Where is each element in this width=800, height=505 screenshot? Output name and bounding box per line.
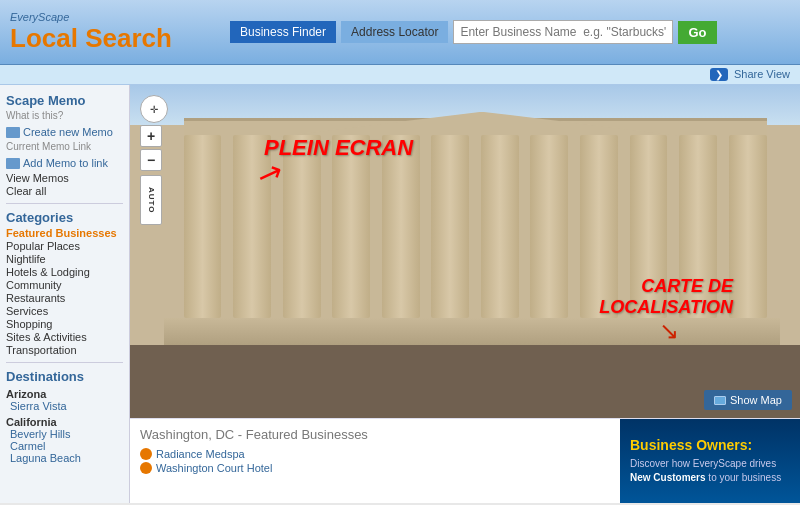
- column-2: [233, 135, 271, 318]
- categories-title: Categories: [6, 210, 123, 225]
- show-map-label: Show Map: [730, 394, 782, 406]
- promo-line2: New Customers: [630, 472, 706, 483]
- business-category: Featured Businesses: [246, 427, 368, 442]
- column-4: [332, 135, 370, 318]
- category-item-5[interactable]: Restaurants: [6, 292, 123, 304]
- business-finder-tab[interactable]: Business Finder: [230, 21, 336, 43]
- biz-name: Radiance Medspa: [156, 448, 245, 460]
- category-item-8[interactable]: Sites & Activities: [6, 331, 123, 343]
- list-item[interactable]: Washington Court Hotel: [140, 462, 610, 474]
- memo-icon: [6, 127, 20, 138]
- logo-area: EveryScape Local Search: [10, 11, 210, 54]
- map-controls: ✛ + − AUTO: [140, 95, 168, 225]
- auto-button[interactable]: AUTO: [140, 175, 162, 225]
- compass-button[interactable]: ✛: [140, 95, 168, 123]
- column-6: [431, 135, 469, 318]
- destinations-title: Destinations: [6, 369, 123, 384]
- dest-state: Arizona: [6, 388, 123, 400]
- brand-main: Local Search: [10, 23, 210, 54]
- content-area: PLEIN ECRAN ↙ CARTE DE LOCALISATION ↘ ✛ …: [130, 85, 800, 503]
- category-item-0[interactable]: Featured Businesses: [6, 227, 123, 239]
- address-locator-tab[interactable]: Address Locator: [341, 21, 448, 43]
- header: EveryScape Local Search Business Finder …: [0, 0, 800, 65]
- column-5: [382, 135, 420, 318]
- list-item[interactable]: Radiance Medspa: [140, 448, 610, 460]
- category-item-6[interactable]: Services: [6, 305, 123, 317]
- view-memos-link[interactable]: View Memos: [6, 172, 123, 184]
- biz-name: Washington Court Hotel: [156, 462, 272, 474]
- show-map-button[interactable]: Show Map: [704, 390, 792, 410]
- column-3: [283, 135, 321, 318]
- stairs: [164, 318, 780, 345]
- categories-list: Featured BusinessesPopular PlacesNightli…: [6, 227, 123, 356]
- brand-top: EveryScape: [10, 11, 210, 23]
- column-11: [679, 135, 717, 318]
- promo-line1: Discover how EveryScape drives: [630, 458, 776, 469]
- road: [130, 345, 800, 418]
- promo-text: Discover how EveryScape drives New Custo…: [630, 457, 790, 485]
- business-location: Washington, DC: [140, 427, 234, 442]
- clear-memos-link[interactable]: Clear all: [6, 185, 123, 197]
- panorama-view[interactable]: PLEIN ECRAN ↙ CARTE DE LOCALISATION ↘ ✛ …: [130, 85, 800, 418]
- biz-icon: [140, 462, 152, 474]
- column-7: [481, 135, 519, 318]
- search-input[interactable]: [453, 20, 673, 44]
- business-separator: -: [234, 427, 246, 442]
- dest-city[interactable]: Sierra Vista: [10, 400, 123, 412]
- bottom-bar: Washington, DC - Featured Businesses Rad…: [130, 418, 800, 503]
- zoom-out-button[interactable]: −: [140, 149, 162, 171]
- category-item-1[interactable]: Popular Places: [6, 240, 123, 252]
- destinations-list: ArizonaSierra VistaCaliforniaBeverly Hil…: [6, 388, 123, 464]
- business-list-title: Washington, DC - Featured Businesses: [140, 427, 610, 442]
- column-9: [580, 135, 618, 318]
- category-item-3[interactable]: Hotels & Lodging: [6, 266, 123, 278]
- share-bar: ❯ Share View: [0, 65, 800, 85]
- business-promo: Business Owners: Discover how EveryScape…: [620, 419, 800, 503]
- biz-icon: [140, 448, 152, 460]
- promo-line3: to your business: [706, 472, 782, 483]
- divider-1: [6, 203, 123, 204]
- column-10: [630, 135, 668, 318]
- create-memo-link[interactable]: Create new Memo: [6, 126, 123, 138]
- dest-city[interactable]: Beverly Hills: [10, 428, 123, 440]
- category-item-2[interactable]: Nightlife: [6, 253, 123, 265]
- category-item-7[interactable]: Shopping: [6, 318, 123, 330]
- map-icon: [714, 396, 726, 405]
- memo-title: Scape Memo: [6, 93, 123, 108]
- dest-city[interactable]: Carmel: [10, 440, 123, 452]
- search-area: Business Finder Address Locator Go: [230, 20, 717, 44]
- dest-city[interactable]: Laguna Beach: [10, 452, 123, 464]
- add-memo-link[interactable]: Add Memo to link: [6, 157, 123, 169]
- main-layout: Scape Memo What is this? Create new Memo…: [0, 85, 800, 503]
- column-8: [530, 135, 568, 318]
- go-button[interactable]: Go: [678, 21, 716, 44]
- column-12: [729, 135, 767, 318]
- column-1: [184, 135, 222, 318]
- zoom-in-button[interactable]: +: [140, 125, 162, 147]
- share-icon: ❯: [710, 68, 728, 81]
- category-item-9[interactable]: Transportation: [6, 344, 123, 356]
- dest-state: California: [6, 416, 123, 428]
- business-list: Washington, DC - Featured Businesses Rad…: [130, 419, 620, 503]
- current-memo-label: Current Memo Link: [6, 141, 123, 152]
- divider-2: [6, 362, 123, 363]
- business-items: Radiance MedspaWashington Court Hotel: [140, 448, 610, 474]
- memo-subtitle[interactable]: What is this?: [6, 110, 123, 121]
- sidebar: Scape Memo What is this? Create new Memo…: [0, 85, 130, 503]
- columns: [184, 135, 767, 318]
- memo-add-icon: [6, 158, 20, 169]
- promo-title: Business Owners:: [630, 437, 790, 453]
- category-item-4[interactable]: Community: [6, 279, 123, 291]
- share-button[interactable]: ❯ Share View: [710, 68, 790, 80]
